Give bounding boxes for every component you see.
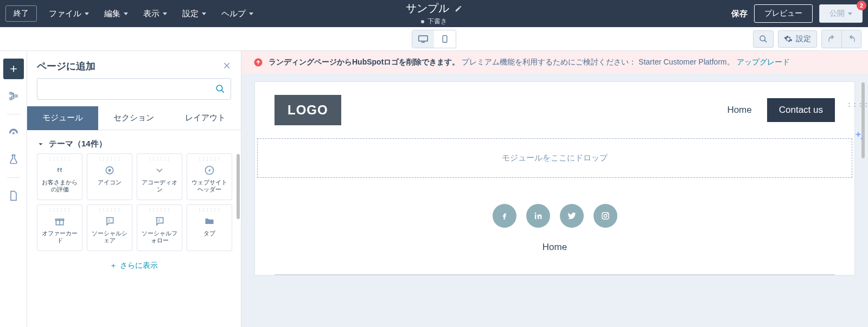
- chevron-down-icon: [154, 165, 165, 176]
- svg-rect-1: [422, 42, 425, 43]
- linkedin-icon: [533, 211, 543, 221]
- footer-home-link[interactable]: Home: [255, 242, 854, 253]
- sidebar-scrollbar[interactable]: [237, 154, 240, 219]
- redo-icon: [847, 34, 857, 44]
- undo-redo-group: [821, 30, 861, 48]
- group-theme-header[interactable]: テーマ（14件）: [27, 130, 241, 153]
- close-sidebar-button[interactable]: [222, 61, 231, 72]
- drag-handle-icon: ::::::: [148, 208, 171, 211]
- hashtag-bubble-icon: #: [104, 216, 115, 227]
- tab-modules[interactable]: モジュール: [27, 106, 98, 130]
- nav-home-link[interactable]: Home: [727, 105, 751, 116]
- twitter-icon: [567, 211, 577, 221]
- facebook-link[interactable]: [493, 204, 516, 228]
- page-title-block: サンプル 下書き: [406, 1, 462, 26]
- menu-settings[interactable]: 設定: [182, 9, 206, 19]
- desktop-icon: [418, 35, 428, 43]
- preview-logo[interactable]: LOGO: [275, 95, 341, 125]
- search-icon: [759, 35, 768, 43]
- find-button[interactable]: [753, 30, 774, 48]
- show-more-button[interactable]: さらに表示: [27, 251, 241, 280]
- tab-layout[interactable]: レイアウト: [170, 106, 241, 130]
- svg-text:#: #: [108, 219, 111, 222]
- svg-point-8: [216, 85, 222, 91]
- menu-edit[interactable]: 編集: [104, 9, 128, 19]
- device-mobile-button[interactable]: [434, 30, 456, 48]
- sidebar-tabs: モジュール セクション レイアウト: [27, 106, 241, 130]
- exit-button[interactable]: 終了: [5, 5, 37, 22]
- svg-line-9: [221, 90, 224, 93]
- publish-button[interactable]: 公開 2: [819, 4, 863, 23]
- linkedin-link[interactable]: [526, 204, 550, 228]
- sparkle-icon[interactable]: [852, 130, 864, 142]
- device-desktop-button[interactable]: [412, 30, 434, 48]
- upgrade-icon: [253, 57, 263, 67]
- tab-sections[interactable]: セクション: [98, 106, 169, 130]
- page-title: サンプル: [406, 1, 449, 16]
- menu-view[interactable]: 表示: [143, 9, 167, 19]
- save-label[interactable]: 保存: [731, 9, 748, 19]
- upgrade-link[interactable]: アップグレード: [737, 57, 790, 66]
- rail-test[interactable]: [3, 149, 24, 170]
- contact-us-button[interactable]: Contact us: [767, 98, 835, 122]
- chevron-down-icon: [124, 12, 128, 15]
- svg-point-3: [444, 41, 445, 41]
- drag-handle-icon[interactable]: ::::: [847, 100, 868, 108]
- chevron-down-icon: [249, 12, 253, 15]
- mobile-icon: [440, 35, 450, 43]
- close-icon: [222, 61, 231, 70]
- svg-point-25: [607, 213, 608, 214]
- svg-rect-0: [419, 36, 428, 41]
- gift-icon: [54, 216, 65, 227]
- chevron-down-icon: [202, 12, 206, 15]
- instagram-link[interactable]: [593, 204, 617, 228]
- svg-line-5: [764, 40, 767, 42]
- search-input-wrap: [37, 78, 231, 100]
- rail-file[interactable]: [3, 185, 24, 206]
- module-social-follow[interactable]: ::::::#ソーシャルフォロー: [137, 204, 182, 251]
- page-preview: LOGO Home Contact us モジュールをここにドロップ Home: [254, 81, 855, 275]
- search-icon: [215, 84, 225, 94]
- floating-right-rail: ::::: [848, 89, 868, 142]
- social-links: [255, 204, 854, 228]
- flask-icon: [8, 154, 19, 165]
- rail-optimize[interactable]: [3, 122, 24, 143]
- edit-title-icon[interactable]: [455, 5, 462, 12]
- menu-help[interactable]: ヘルプ: [221, 9, 253, 19]
- module-icon[interactable]: ::::::アイコン: [87, 153, 132, 200]
- module-search-input[interactable]: [43, 85, 215, 93]
- svg-text:#: #: [158, 219, 161, 222]
- module-website-header[interactable]: ::::::ウェブサイトヘッダー: [187, 153, 232, 200]
- instagram-icon: [601, 211, 610, 221]
- undo-button[interactable]: [822, 30, 841, 48]
- drag-handle-icon: ::::::: [48, 208, 71, 211]
- rail-add[interactable]: [3, 59, 24, 79]
- module-accordion[interactable]: ::::::アコーディオン: [137, 153, 182, 200]
- alert-bold: ランディングページからHubSpotロゴを削除できます。: [269, 57, 459, 66]
- folder-icon: [204, 216, 215, 227]
- svg-point-4: [760, 36, 765, 41]
- quote-icon: [54, 165, 65, 176]
- footer-divider: [275, 274, 835, 275]
- device-toggle: [412, 30, 456, 48]
- module-dropzone[interactable]: モジュールをここにドロップ: [257, 138, 852, 178]
- gear-icon: [784, 35, 793, 43]
- twitter-link[interactable]: [560, 204, 584, 228]
- module-offer-card[interactable]: ::::::オファーカード: [37, 204, 82, 251]
- alert-text: プレミアム機能を利用するためにご検討ください：: [462, 57, 636, 66]
- rail-contents[interactable]: [3, 86, 24, 106]
- menu-file[interactable]: ファイル: [49, 9, 89, 19]
- drag-handle-icon: ::::::: [148, 157, 171, 161]
- module-social-share[interactable]: ::::::#ソーシャルシェア: [87, 204, 132, 251]
- settings-button[interactable]: 設定: [778, 30, 817, 48]
- tree-icon: [8, 91, 19, 101]
- preview-button[interactable]: プレビュー: [754, 4, 813, 23]
- module-testimonial[interactable]: ::::::お客さまからの評価: [37, 153, 82, 200]
- preview-header: LOGO Home Contact us: [255, 82, 854, 138]
- upgrade-alert: ランディングページからHubSpotロゴを削除できます。 プレミアム機能を利用す…: [241, 51, 868, 74]
- main-menu: ファイル 編集 表示 設定 ヘルプ: [49, 9, 253, 19]
- plus-icon: [110, 262, 117, 269]
- redo-button[interactable]: [841, 30, 861, 48]
- drag-handle-icon: ::::::: [198, 208, 221, 211]
- module-tab[interactable]: ::::::タブ: [187, 204, 232, 251]
